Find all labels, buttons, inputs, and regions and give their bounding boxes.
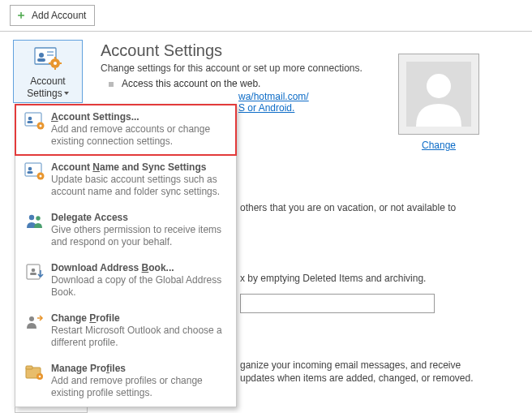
menu-item-title: Account Name and Sync Settings [51, 161, 228, 173]
menu-item-delegate-access[interactable]: Delegate Access Give others permission t… [15, 205, 236, 256]
menu-item-title: Manage Profiles [51, 363, 228, 374]
menu-item-change-profile[interactable]: Change Profile Restart Microsoft Outlook… [15, 306, 236, 356]
address-book-download-icon [24, 262, 46, 299]
svg-point-32 [39, 376, 41, 378]
avatar [398, 54, 479, 135]
menu-item-download-address-book[interactable]: Download Address Book... Download a copy… [15, 256, 236, 306]
menu-item-desc: Give others permission to receive items … [51, 224, 228, 248]
add-account-label: Add Account [32, 10, 86, 21]
mailbox-size-input[interactable] [240, 294, 435, 313]
svg-point-23 [29, 215, 34, 220]
person-swap-icon [24, 312, 46, 349]
add-account-button[interactable]: ＋ Add Account [10, 5, 95, 26]
menu-item-desc: Update basic account settings such as ac… [51, 174, 228, 198]
svg-point-26 [32, 269, 36, 273]
svg-rect-27 [30, 273, 36, 275]
svg-point-6 [54, 62, 57, 65]
svg-point-1 [39, 53, 44, 58]
bullet-text: Access this account on the web. [122, 78, 260, 89]
menu-item-desc: Add and remove profiles or change existi… [51, 375, 228, 399]
menu-item-manage-profiles[interactable]: Manage Profiles Add and remove profiles … [15, 356, 236, 407]
menu-item-desc: Restart Microsoft Outlook and choose a d… [51, 325, 228, 349]
svg-rect-2 [37, 58, 45, 62]
mailbox-fragment: x by emptying Deleted Items and archivin… [240, 272, 513, 286]
svg-rect-15 [28, 121, 33, 123]
person-silhouette-icon [406, 62, 471, 127]
rules-fragment: ganize your incoming email messages, and… [240, 359, 513, 386]
ribbon-label: Account Settings [27, 75, 68, 99]
plus-icon: ＋ [15, 8, 27, 23]
folder-gear-icon [24, 363, 46, 399]
svg-point-14 [28, 117, 32, 121]
account-card-gear-icon [34, 45, 62, 72]
svg-point-22 [40, 175, 42, 178]
chevron-down-icon [64, 92, 69, 95]
bullet-icon [109, 82, 114, 87]
svg-rect-20 [28, 171, 33, 174]
svg-point-28 [29, 316, 34, 321]
svg-rect-30 [26, 366, 32, 369]
top-bar: ＋ Add Account [0, 0, 532, 32]
autoreply-fragment: others that you are on vacation, or not … [240, 201, 513, 215]
menu-item-desc: Add and remove accounts or change existi… [51, 123, 228, 148]
menu-item-desc: Download a copy of the Global Address Bo… [51, 274, 228, 299]
svg-point-17 [40, 125, 42, 127]
svg-point-12 [427, 74, 451, 98]
webmail-link[interactable]: wa/hotmail.com/ [238, 91, 309, 102]
account-card-gear-icon [24, 161, 46, 198]
mobile-app-link[interactable]: S or Android. [238, 102, 294, 114]
menu-item-title: Account Settings... [51, 111, 228, 123]
avatar-box: Change [393, 54, 485, 151]
menu-item-title: Delegate Access [51, 212, 228, 223]
account-card-gear-icon [24, 111, 46, 148]
menu-item-title: Download Address Book... [51, 262, 228, 273]
change-avatar-link[interactable]: Change [422, 140, 456, 151]
svg-point-24 [36, 216, 40, 220]
people-icon [24, 212, 46, 248]
menu-item-title: Change Profile [51, 312, 228, 324]
account-settings-ribbon-button[interactable]: Account Settings [13, 40, 83, 103]
svg-point-19 [28, 167, 32, 171]
menu-item-name-sync[interactable]: Account Name and Sync Settings Update ba… [15, 155, 236, 205]
menu-item-account-settings[interactable]: Account Settings... Add and remove accou… [15, 104, 237, 156]
account-settings-dropdown: Account Settings... Add and remove accou… [15, 104, 237, 407]
